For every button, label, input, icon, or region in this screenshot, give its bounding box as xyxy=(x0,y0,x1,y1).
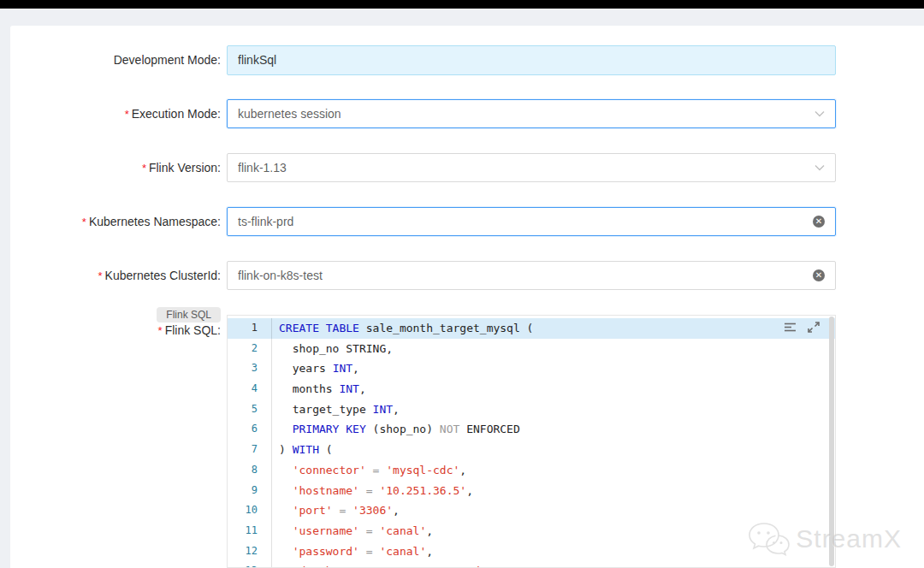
form-row-development-mode: Development Mode: flinkSql xyxy=(10,45,924,74)
flink-version-select[interactable]: flink-1.13 xyxy=(227,153,836,182)
code-line[interactable]: 4 months INT, xyxy=(228,379,835,399)
code-text: ) WITH ( xyxy=(272,440,333,460)
code-line[interactable]: 12 'password' = 'canal', xyxy=(228,541,835,562)
flink-version-label: *Flink Version: xyxy=(10,161,227,175)
code-text: 'password' = 'canal', xyxy=(272,541,433,562)
code-text: shop_no STRING, xyxy=(272,339,393,359)
code-line[interactable]: 6 PRIMARY KEY (shop_no) NOT ENFORCED xyxy=(228,419,835,440)
required-mark: * xyxy=(98,269,103,282)
code-text: 'database-name' = 'sport_order' xyxy=(272,561,500,568)
clear-icon[interactable]: ✕ xyxy=(813,216,825,228)
execution-mode-select[interactable]: kubernetes session xyxy=(227,99,836,128)
required-mark: * xyxy=(158,324,163,337)
line-number: 10 xyxy=(228,500,272,521)
line-number: 7 xyxy=(228,440,272,460)
code-text: target_type INT, xyxy=(272,399,400,420)
code-text: 'connector' = 'mysql-cdc', xyxy=(272,460,466,481)
required-mark: * xyxy=(82,216,86,228)
code-text: 'username' = 'canal', xyxy=(272,521,433,541)
flink-sql-tooltip: Flink SQL xyxy=(157,307,221,322)
fullscreen-expand-icon[interactable] xyxy=(808,322,820,333)
form-row-flink-version: *Flink Version: flink-1.13 xyxy=(10,153,924,182)
code-text: 'hostname' = '10.251.36.5', xyxy=(272,481,473,501)
code-line[interactable]: 9 'hostname' = '10.251.36.5', xyxy=(228,481,835,501)
line-number: 4 xyxy=(228,379,272,399)
code-line[interactable]: 3 years INT, xyxy=(228,358,835,379)
execution-mode-label: *Execution Mode: xyxy=(10,107,227,121)
required-mark: * xyxy=(142,162,146,175)
field-label-text: Execution Mode: xyxy=(132,107,221,121)
form-row-kubernetes-clusterid: *Kubernetes ClusterId: flink-on-k8s-test… xyxy=(10,261,924,290)
line-number: 9 xyxy=(228,481,272,501)
chevron-down-icon xyxy=(814,110,825,117)
code-line[interactable]: 10 'port' = '3306', xyxy=(228,500,835,521)
content-panel: Development Mode: flinkSql *Execution Mo… xyxy=(10,26,924,568)
code-line[interactable]: 5 target_type INT, xyxy=(228,399,835,420)
development-mode-value: flinkSql xyxy=(227,45,836,75)
kubernetes-clusterid-input[interactable]: flink-on-k8s-test ✕ xyxy=(227,261,836,290)
sql-editor-lines: 1CREATE TABLE sale_month_target_mysql (2… xyxy=(228,318,835,568)
form-row-kubernetes-namespace: *Kubernetes Namespace: ts-flink-prd ✕ xyxy=(10,207,924,236)
line-number: 13 xyxy=(228,561,272,568)
required-mark: * xyxy=(125,108,129,121)
job-config-form: Development Mode: flinkSql *Execution Mo… xyxy=(10,26,924,568)
code-text: PRIMARY KEY (shop_no) NOT ENFORCED xyxy=(272,419,520,440)
development-mode-label: Development Mode: xyxy=(10,53,227,67)
code-text: years INT, xyxy=(272,358,359,379)
editor-toolbar xyxy=(784,322,820,333)
kubernetes-clusterid-value: flink-on-k8s-test xyxy=(238,269,806,282)
code-line[interactable]: 11 'username' = 'canal', xyxy=(228,521,835,541)
field-label-text: Flink Version: xyxy=(149,161,221,175)
field-label-text: Development Mode: xyxy=(114,53,221,67)
development-mode-text: flinkSql xyxy=(238,53,825,67)
chevron-down-icon xyxy=(814,164,825,171)
kubernetes-clusterid-label: *Kubernetes ClusterId: xyxy=(10,269,227,282)
line-number: 3 xyxy=(228,358,272,379)
code-text: CREATE TABLE sale_month_target_mysql ( xyxy=(272,318,533,339)
kubernetes-namespace-label: *Kubernetes Namespace: xyxy=(10,215,227,228)
flink-sql-editor[interactable]: 1CREATE TABLE sale_month_target_mysql (2… xyxy=(227,315,836,568)
form-row-execution-mode: *Execution Mode: kubernetes session xyxy=(10,99,924,128)
editor-scrollbar[interactable] xyxy=(829,317,834,566)
top-black-bar xyxy=(0,0,924,9)
execution-mode-value: kubernetes session xyxy=(238,107,808,121)
kubernetes-namespace-input[interactable]: ts-flink-prd ✕ xyxy=(227,207,836,236)
code-line[interactable]: 7) WITH ( xyxy=(228,440,835,460)
line-number: 5 xyxy=(228,399,272,420)
line-number: 11 xyxy=(228,521,272,541)
code-text: 'port' = '3306', xyxy=(272,500,400,521)
field-label-text: Flink SQL: xyxy=(165,323,221,337)
form-row-flink-sql: Flink SQL *Flink SQL: 1CREATE TABLE sale… xyxy=(10,315,924,568)
code-line[interactable]: 2 shop_no STRING, xyxy=(228,339,835,359)
format-lines-icon[interactable] xyxy=(784,322,797,333)
line-number: 1 xyxy=(228,318,272,339)
field-label-text: Kubernetes ClusterId: xyxy=(105,269,221,282)
kubernetes-namespace-value: ts-flink-prd xyxy=(238,215,806,228)
code-line[interactable]: 8 'connector' = 'mysql-cdc', xyxy=(228,460,835,481)
field-label-text: Kubernetes Namespace: xyxy=(89,215,221,228)
flink-version-value: flink-1.13 xyxy=(238,161,808,175)
line-number: 8 xyxy=(228,460,272,481)
code-line[interactable]: 13 'database-name' = 'sport_order' xyxy=(228,561,835,568)
flink-sql-label: Flink SQL *Flink SQL: xyxy=(10,315,227,337)
code-text: months INT, xyxy=(272,379,366,399)
line-number: 2 xyxy=(228,339,272,359)
line-number: 6 xyxy=(228,419,272,440)
clear-icon[interactable]: ✕ xyxy=(813,269,825,281)
code-line[interactable]: 1CREATE TABLE sale_month_target_mysql ( xyxy=(228,318,835,339)
line-number: 12 xyxy=(228,541,272,562)
